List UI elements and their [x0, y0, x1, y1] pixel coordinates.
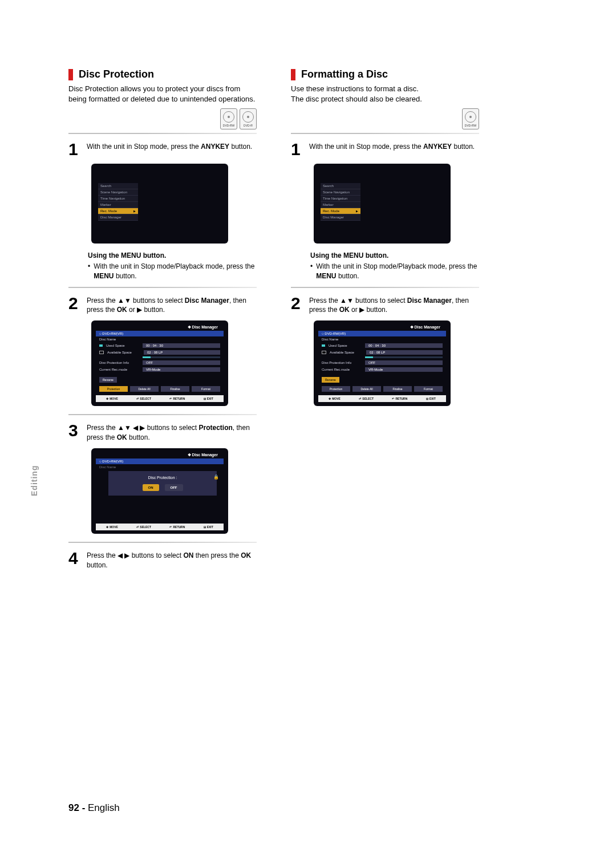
col-disc-protection: Disc Protection Disc Protection allows y…	[68, 68, 257, 575]
osd-button: Rename	[322, 377, 339, 383]
nav-return-icon: RETURN	[169, 397, 185, 400]
osd-menu-item: Rec. Mode▶	[321, 208, 360, 214]
divider	[291, 133, 479, 134]
osd-menu-item: Search	[321, 183, 360, 189]
nav-move-icon: MOVE	[329, 397, 341, 400]
divider	[68, 133, 257, 134]
menu-subheading: Using the MENU button.	[310, 251, 479, 259]
intro-text: Use these instructions to format a disc.…	[291, 84, 479, 104]
dialog-on-button: ON	[143, 484, 159, 491]
nav-return-icon: RETURN	[169, 525, 185, 529]
divider	[68, 287, 257, 288]
used-icon	[322, 344, 325, 347]
osd-button: Finalise	[383, 386, 412, 392]
divider	[68, 542, 257, 543]
divider	[291, 287, 479, 288]
bullet-text: With the unit in Stop mode/Playback mode…	[310, 262, 479, 281]
osd-screenshot-disc-manager: Disc Manager DVD-RW(VR) Disc Name Used S…	[314, 320, 451, 406]
step-number: 1	[68, 141, 81, 158]
step-number: 4	[68, 550, 81, 570]
osd-button: Protection	[99, 386, 128, 392]
disc-type-icon: DVD-R	[240, 108, 257, 129]
osd-screenshot-disc-manager: Disc Manager DVD-RW(VR) Disc Name Used S…	[91, 320, 228, 406]
nav-move-icon: MOVE	[106, 397, 118, 400]
nav-select-icon: SELECT	[136, 525, 151, 529]
section-title: Formatting a Disc	[301, 68, 388, 80]
osd-menu-item: Search	[98, 183, 138, 189]
step-number: 2	[68, 295, 81, 315]
section-bar	[291, 69, 295, 80]
used-icon	[99, 344, 103, 347]
osd-button: Rename	[99, 377, 117, 383]
osd-screenshot-protection-dialog: Disc Manager DVD-RW(VR) Disc Name 🔒 Disc…	[91, 448, 228, 534]
osd-button: Delete All	[352, 386, 381, 392]
menu-subheading: Using the MENU button.	[88, 251, 257, 259]
step-4: 4 Press the ◀ ▶ buttons to select ON the…	[68, 550, 257, 570]
osd-menu-item: Time Navigation	[98, 196, 138, 202]
step-number: 3	[68, 422, 81, 443]
intro-text: Disc Protection allows you to protect yo…	[68, 84, 257, 104]
nav-select-icon: SELECT	[136, 397, 151, 400]
osd-menu-item: Rec. Mode▶	[98, 208, 138, 214]
dialog-off-button: OFF	[165, 484, 183, 491]
bullet-text: With the unit in Stop mode/Playback mode…	[88, 262, 257, 281]
divider	[68, 414, 257, 415]
osd-button: Format	[192, 386, 220, 392]
osd-menu-item: Scene Navigation	[98, 189, 138, 196]
avail-icon	[322, 351, 326, 354]
osd-button: Delete All	[130, 386, 159, 392]
padlock-icon: 🔒	[213, 474, 219, 480]
disc-type-icon: DVD-RW	[220, 108, 237, 129]
osd-menu-item: Marker	[321, 202, 360, 208]
nav-select-icon: SELECT	[359, 397, 374, 400]
disc-type-icon: DVD-RW	[462, 108, 479, 129]
osd-screenshot-menu: Search Scene Navigation Time Navigation …	[314, 164, 451, 244]
section-title: Disc Protection	[79, 68, 154, 80]
step-2: 2 Press the ▲▼ buttons to select Disc Ma…	[68, 295, 257, 315]
nav-exit-icon: EXIT	[204, 397, 213, 400]
nav-exit-icon: EXIT	[426, 397, 436, 400]
side-tab: Editing	[30, 465, 39, 496]
step-number: 1	[291, 141, 303, 158]
nav-move-icon: MOVE	[106, 525, 118, 529]
page-language: English	[88, 802, 120, 813]
step-2: 2 Press the ▲▼ buttons to select Disc Ma…	[291, 295, 479, 315]
osd-menu-item: Disc Manager	[98, 214, 138, 221]
osd-button: Protection	[322, 386, 350, 392]
section-bar	[68, 69, 73, 80]
avail-icon	[99, 351, 104, 354]
col-formatting: Formatting a Disc Use these instructions…	[291, 68, 479, 575]
osd-menu-item: Marker	[98, 202, 138, 208]
osd-menu-item: Time Navigation	[321, 196, 360, 202]
step-1: 1 With the unit in Stop mode, press the …	[68, 141, 257, 158]
nav-return-icon: RETURN	[392, 397, 407, 400]
osd-menu-item: Disc Manager	[321, 214, 360, 221]
osd-button: Format	[414, 386, 443, 392]
nav-exit-icon: EXIT	[204, 525, 213, 529]
step-3: 3 Press the ▲▼ ◀ ▶ buttons to select Pro…	[68, 422, 257, 443]
step-number: 2	[291, 295, 303, 315]
step-1: 1 With the unit in Stop mode, press the …	[291, 141, 479, 158]
page-number: 92 -	[68, 802, 85, 813]
osd-button: Finalise	[161, 386, 189, 392]
osd-menu-item: Scene Navigation	[321, 189, 360, 196]
page-footer: 92 - English	[68, 802, 120, 814]
osd-screenshot-menu: Search Scene Navigation Time Navigation …	[91, 164, 228, 244]
